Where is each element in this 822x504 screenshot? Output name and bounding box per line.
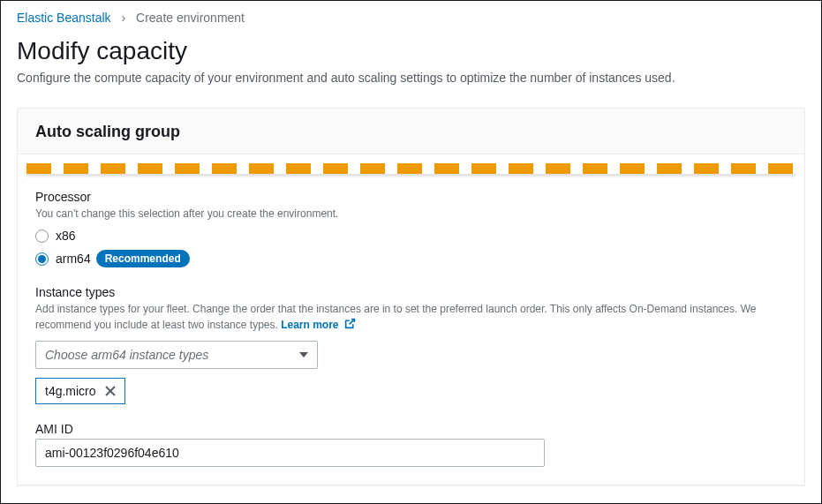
external-link-icon — [344, 318, 356, 334]
processor-group: Processor You can't change this selectio… — [35, 190, 787, 267]
chevron-right-icon: › — [122, 11, 126, 25]
instance-types-select[interactable]: Choose arm64 instance types — [35, 341, 318, 369]
radio-icon-checked — [35, 252, 49, 266]
instance-types-group: Instance types Add instance types for yo… — [35, 285, 787, 404]
auto-scaling-panel: Auto scaling group Processor You can't c… — [17, 108, 805, 485]
processor-label: Processor — [35, 190, 787, 204]
instance-types-hint-text: Add instance types for your fleet. Chang… — [35, 303, 756, 331]
breadcrumb: Elastic Beanstalk › Create environment — [1, 1, 821, 30]
radio-arm64-label: arm64 — [56, 252, 91, 266]
radio-x86[interactable]: x86 — [35, 229, 787, 243]
radio-arm64[interactable]: arm64 Recommended — [35, 250, 787, 267]
caret-down-icon — [299, 352, 308, 357]
panel-title: Auto scaling group — [35, 123, 787, 141]
learn-more-link[interactable]: Learn more — [281, 319, 338, 331]
select-placeholder: Choose arm64 instance types — [45, 348, 208, 362]
ami-id-input[interactable] — [35, 439, 545, 467]
page-title: Modify capacity — [17, 37, 805, 65]
ami-id-label: AMI ID — [35, 422, 787, 436]
instance-type-chip: t4g.micro — [35, 378, 125, 404]
processor-hint: You can't change this selection after yo… — [35, 207, 787, 222]
highlight-divider — [26, 163, 796, 174]
chip-label: t4g.micro — [45, 384, 96, 398]
radio-icon — [35, 229, 49, 243]
close-icon[interactable] — [103, 384, 117, 398]
radio-x86-label: x86 — [56, 229, 76, 243]
instance-types-hint: Add instance types for your fleet. Chang… — [35, 302, 787, 334]
instance-types-label: Instance types — [35, 285, 787, 299]
breadcrumb-current: Create environment — [136, 11, 245, 25]
recommended-badge: Recommended — [96, 250, 190, 267]
ami-id-group: AMI ID — [35, 422, 787, 467]
panel-header: Auto scaling group — [18, 109, 804, 154]
page-description: Configure the compute capacity of your e… — [17, 71, 805, 85]
breadcrumb-root-link[interactable]: Elastic Beanstalk — [17, 11, 111, 25]
